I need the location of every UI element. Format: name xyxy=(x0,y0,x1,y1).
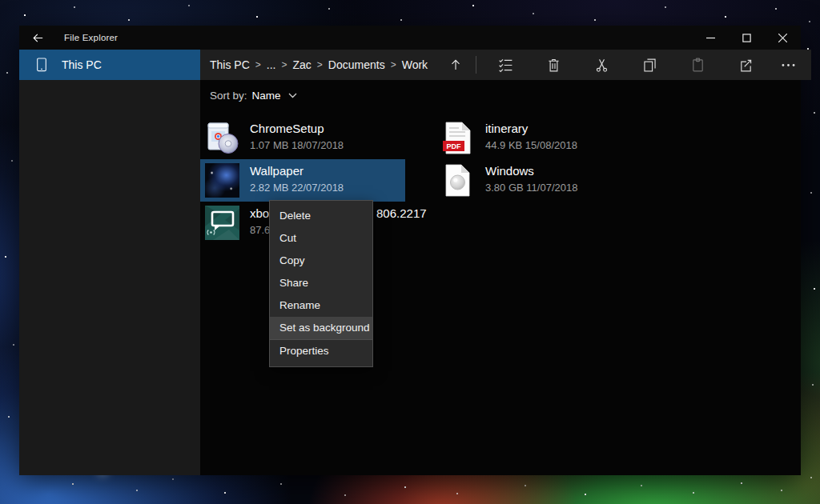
this-pc-label: This PC xyxy=(62,58,102,71)
starfield xyxy=(0,0,2,2)
file-meta: 1.07 MB 18/07/2018 xyxy=(250,139,344,151)
maximize-icon xyxy=(742,34,751,42)
share-button[interactable] xyxy=(722,50,770,80)
installer-icon xyxy=(205,121,239,155)
titlebar: File Explorer xyxy=(19,26,801,50)
tablet-icon xyxy=(35,57,48,73)
file-tile-itinerary[interactable]: PDF itinerary 44.9 KB 15/08/2018 xyxy=(436,117,641,159)
breadcrumb-segment[interactable]: This PC xyxy=(210,58,250,71)
file-meta-fragment: 87.6 xyxy=(250,224,270,236)
file-meta: 3.80 GB 11/07/2018 xyxy=(485,182,577,194)
context-menu: Delete Cut Copy Share Rename Set as back… xyxy=(269,200,373,367)
file-name: itinerary xyxy=(485,122,528,135)
breadcrumb-separator: > xyxy=(255,59,261,70)
more-button[interactable] xyxy=(770,50,806,80)
file-name: Wallpaper xyxy=(250,164,303,178)
back-arrow-icon xyxy=(31,31,45,45)
breadcrumb-segment[interactable]: Zac xyxy=(293,58,312,71)
minimize-icon xyxy=(706,34,715,42)
breadcrumb-separator: > xyxy=(317,59,323,70)
menu-item-share[interactable]: Share xyxy=(270,272,372,294)
copy-icon xyxy=(641,57,658,74)
back-button[interactable] xyxy=(19,26,56,50)
file-meta: 2.82 MB 22/07/2018 xyxy=(250,182,344,194)
file-tile-chromesetup[interactable]: ChromeSetup 1.07 MB 18/07/2018 xyxy=(200,117,405,159)
ellipsis-icon xyxy=(780,57,797,74)
pdf-badge-label: PDF xyxy=(447,142,462,150)
share-icon xyxy=(738,57,754,74)
window-title: File Explorer xyxy=(64,33,118,42)
connect-app-icon xyxy=(205,206,239,240)
desktop: { "titlebar": { "title": "File Explorer"… xyxy=(0,0,820,504)
trash-icon xyxy=(545,57,562,74)
breadcrumb-segment[interactable]: Work xyxy=(402,58,428,71)
breadcrumb-toolbar: This PC > ... > Zac > Documents > Work xyxy=(200,50,811,80)
breadcrumb-segment[interactable]: ... xyxy=(267,58,276,71)
caption-buttons xyxy=(693,26,801,50)
file-name-left-fragment: xbo xyxy=(250,206,269,220)
paste-icon xyxy=(689,57,706,74)
sort-by-control[interactable]: Sort by: Name xyxy=(210,90,297,102)
menu-item-delete[interactable]: Delete xyxy=(270,205,372,227)
up-arrow-icon xyxy=(448,58,463,72)
menu-item-copy[interactable]: Copy xyxy=(270,250,372,272)
image-thumbnail xyxy=(205,163,239,198)
breadcrumb-segment[interactable]: Documents xyxy=(328,58,385,71)
chevron-down-icon xyxy=(288,93,297,98)
file-tile-windows[interactable]: Windows 3.80 GB 11/07/2018 xyxy=(436,159,641,202)
menu-item-set-as-background[interactable]: Set as background xyxy=(270,317,372,339)
file-name-right-fragment: 806.2217 xyxy=(376,206,427,220)
sidebar-item-this-pc[interactable]: This PC xyxy=(19,50,200,80)
copy-button[interactable] xyxy=(625,50,673,80)
disc-file-icon xyxy=(440,163,475,198)
sidebar xyxy=(19,80,200,475)
minimize-button[interactable] xyxy=(693,26,729,50)
close-icon xyxy=(778,34,787,42)
close-button[interactable] xyxy=(765,26,801,50)
header-row: This PC This PC > ... > Zac > Documents … xyxy=(19,50,801,80)
multiselect-button[interactable] xyxy=(481,50,529,80)
breadcrumb-separator: > xyxy=(391,59,396,70)
menu-item-rename[interactable]: Rename xyxy=(270,294,372,317)
cut-button[interactable] xyxy=(577,50,625,80)
menu-item-cut[interactable]: Cut xyxy=(270,227,372,250)
file-name: ChromeSetup xyxy=(250,122,324,135)
toolbar xyxy=(481,50,806,80)
delete-button[interactable] xyxy=(529,50,577,80)
menu-item-properties[interactable]: Properties xyxy=(270,340,372,362)
up-button[interactable] xyxy=(440,50,471,80)
window-body: Sort by: Name xyxy=(19,80,801,475)
file-name: Windows xyxy=(485,164,534,178)
toolbar-divider xyxy=(476,56,476,74)
multiselect-icon xyxy=(497,57,514,74)
file-meta: 44.9 KB 15/08/2018 xyxy=(485,139,577,151)
maximize-button[interactable] xyxy=(729,26,765,50)
pdf-icon: PDF xyxy=(440,121,475,155)
sort-by-value: Name xyxy=(252,90,281,102)
scissors-icon xyxy=(593,57,610,74)
file-tile-wallpaper[interactable]: Wallpaper 2.82 MB 22/07/2018 xyxy=(200,159,405,202)
breadcrumb-separator: > xyxy=(281,59,287,70)
sort-by-label: Sort by: xyxy=(210,90,247,102)
paste-button[interactable] xyxy=(673,50,722,80)
breadcrumb: This PC > ... > Zac > Documents > Work xyxy=(210,58,428,71)
file-list-area: Sort by: Name xyxy=(200,80,801,475)
file-explorer-window: File Explorer This PC This PC > ... > xyxy=(19,26,801,475)
